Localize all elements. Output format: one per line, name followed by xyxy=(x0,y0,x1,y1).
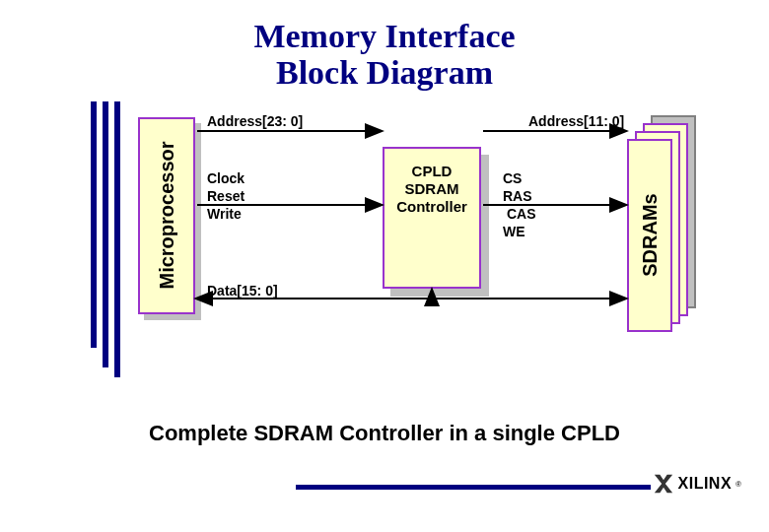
xilinx-logo-icon xyxy=(653,473,674,495)
title-line-2: Block Diagram xyxy=(276,54,493,91)
signal-reset: Reset xyxy=(207,188,245,206)
slide-title: Memory Interface Block Diagram xyxy=(0,18,769,92)
title-line-1: Memory Interface xyxy=(253,18,515,54)
caption: Complete SDRAM Controller in a single CP… xyxy=(0,421,769,446)
signal-ras: RAS xyxy=(503,188,532,206)
registered-mark: ® xyxy=(735,480,741,489)
signal-write: Write xyxy=(207,206,242,224)
signal-cs: CS xyxy=(503,170,522,188)
signal-address-in: Address[23: 0] xyxy=(207,113,303,131)
signal-cas: CAS xyxy=(507,206,536,224)
block-diagram: Microprocessor CPLD SDRAM Controller SDR… xyxy=(0,101,769,417)
arrows-layer xyxy=(0,101,769,417)
signal-address-out: Address[11: 0] xyxy=(528,113,624,131)
signal-clock: Clock xyxy=(207,170,245,188)
signal-data: Data[15: 0] xyxy=(207,283,278,300)
xilinx-logo-text: XILINX xyxy=(678,475,733,493)
footer-divider xyxy=(296,485,651,490)
signal-we: WE xyxy=(503,224,525,241)
xilinx-logo: XILINX ® xyxy=(653,473,741,495)
